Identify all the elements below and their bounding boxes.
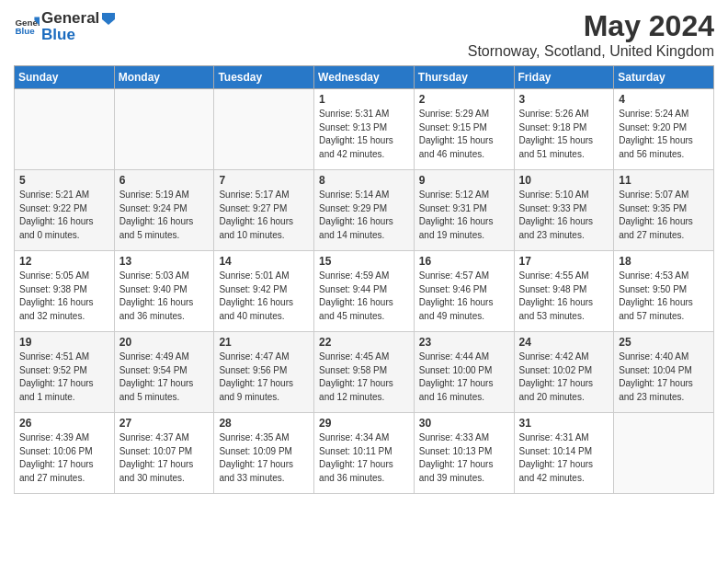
day-number: 12 (19, 255, 109, 268)
day-number: 14 (219, 255, 309, 268)
calendar-cell: 14Sunrise: 5:01 AM Sunset: 9:42 PM Dayli… (214, 251, 314, 332)
day-number: 3 (519, 93, 609, 106)
calendar-cell: 24Sunrise: 4:42 AM Sunset: 10:02 PM Dayl… (514, 332, 614, 413)
calendar-cell: 9Sunrise: 5:12 AM Sunset: 9:31 PM Daylig… (414, 170, 514, 251)
day-detail: Sunrise: 4:31 AM Sunset: 10:14 PM Daylig… (519, 431, 609, 485)
column-header-friday: Friday (514, 66, 614, 89)
day-number: 9 (419, 174, 509, 187)
day-number: 24 (519, 336, 609, 349)
calendar-week-2: 5Sunrise: 5:21 AM Sunset: 9:22 PM Daylig… (15, 170, 714, 251)
day-number: 29 (319, 417, 409, 430)
header: General Blue General Blue May 2024 Storn… (14, 9, 714, 60)
day-number: 13 (119, 255, 210, 268)
column-header-sunday: Sunday (15, 66, 115, 89)
day-number: 27 (119, 417, 210, 430)
day-number: 22 (319, 336, 409, 349)
calendar-cell: 28Sunrise: 4:35 AM Sunset: 10:09 PM Dayl… (214, 413, 314, 494)
day-detail: Sunrise: 5:05 AM Sunset: 9:38 PM Dayligh… (19, 270, 109, 323)
calendar-cell (15, 89, 115, 170)
calendar-cell: 22Sunrise: 4:45 AM Sunset: 9:58 PM Dayli… (314, 332, 415, 413)
day-detail: Sunrise: 4:33 AM Sunset: 10:13 PM Daylig… (419, 431, 509, 485)
calendar-cell: 18Sunrise: 4:53 AM Sunset: 9:50 PM Dayli… (614, 251, 714, 332)
day-detail: Sunrise: 4:45 AM Sunset: 9:58 PM Dayligh… (319, 350, 409, 404)
calendar-week-5: 26Sunrise: 4:39 AM Sunset: 10:06 PM Dayl… (15, 413, 714, 494)
day-number: 4 (619, 93, 709, 106)
day-number: 10 (519, 174, 609, 187)
day-detail: Sunrise: 5:26 AM Sunset: 9:18 PM Dayligh… (519, 108, 609, 161)
day-detail: Sunrise: 5:17 AM Sunset: 9:27 PM Dayligh… (219, 189, 309, 242)
calendar-cell: 2Sunrise: 5:29 AM Sunset: 9:15 PM Daylig… (414, 89, 514, 170)
day-detail: Sunrise: 5:14 AM Sunset: 9:29 PM Dayligh… (319, 189, 409, 242)
calendar-cell: 31Sunrise: 4:31 AM Sunset: 10:14 PM Dayl… (514, 413, 614, 494)
calendar-cell: 6Sunrise: 5:19 AM Sunset: 9:24 PM Daylig… (114, 170, 214, 251)
calendar-cell: 12Sunrise: 5:05 AM Sunset: 9:38 PM Dayli… (15, 251, 115, 332)
calendar-cell: 5Sunrise: 5:21 AM Sunset: 9:22 PM Daylig… (15, 170, 115, 251)
calendar-cell: 23Sunrise: 4:44 AM Sunset: 10:00 PM Dayl… (414, 332, 514, 413)
calendar-cell: 7Sunrise: 5:17 AM Sunset: 9:27 PM Daylig… (214, 170, 314, 251)
calendar-cell: 8Sunrise: 5:14 AM Sunset: 9:29 PM Daylig… (314, 170, 415, 251)
calendar-cell (214, 89, 314, 170)
calendar-cell: 11Sunrise: 5:07 AM Sunset: 9:35 PM Dayli… (614, 170, 714, 251)
calendar-cell (614, 413, 714, 494)
logo-blue-text: Blue (41, 26, 117, 44)
day-detail: Sunrise: 4:39 AM Sunset: 10:06 PM Daylig… (19, 431, 109, 485)
day-detail: Sunrise: 5:24 AM Sunset: 9:20 PM Dayligh… (619, 108, 709, 161)
day-detail: Sunrise: 5:31 AM Sunset: 9:13 PM Dayligh… (319, 108, 409, 161)
day-detail: Sunrise: 5:29 AM Sunset: 9:15 PM Dayligh… (419, 108, 509, 161)
calendar-cell: 3Sunrise: 5:26 AM Sunset: 9:18 PM Daylig… (514, 89, 614, 170)
day-detail: Sunrise: 4:55 AM Sunset: 9:48 PM Dayligh… (519, 270, 609, 323)
column-header-tuesday: Tuesday (214, 66, 314, 89)
calendar-body: 1Sunrise: 5:31 AM Sunset: 9:13 PM Daylig… (15, 89, 714, 494)
day-number: 8 (319, 174, 409, 187)
day-detail: Sunrise: 4:44 AM Sunset: 10:00 PM Daylig… (419, 350, 509, 404)
calendar-table: SundayMondayTuesdayWednesdayThursdayFrid… (14, 65, 714, 494)
calendar-cell: 4Sunrise: 5:24 AM Sunset: 9:20 PM Daylig… (614, 89, 714, 170)
day-number: 6 (119, 174, 210, 187)
calendar-subtitle: Stornoway, Scotland, United Kingdom (468, 43, 714, 60)
day-detail: Sunrise: 5:01 AM Sunset: 9:42 PM Dayligh… (219, 270, 309, 323)
day-number: 18 (619, 255, 709, 268)
column-header-thursday: Thursday (414, 66, 514, 89)
title-area: May 2024 Stornoway, Scotland, United Kin… (468, 9, 714, 60)
calendar-cell: 27Sunrise: 4:37 AM Sunset: 10:07 PM Dayl… (114, 413, 214, 494)
day-detail: Sunrise: 4:37 AM Sunset: 10:07 PM Daylig… (119, 431, 210, 485)
column-header-monday: Monday (114, 66, 214, 89)
day-number: 11 (619, 174, 709, 187)
day-number: 26 (19, 417, 109, 430)
calendar-cell: 17Sunrise: 4:55 AM Sunset: 9:48 PM Dayli… (514, 251, 614, 332)
day-number: 16 (419, 255, 509, 268)
calendar-cell: 26Sunrise: 4:39 AM Sunset: 10:06 PM Dayl… (15, 413, 115, 494)
day-number: 17 (519, 255, 609, 268)
calendar-cell (114, 89, 214, 170)
day-number: 2 (419, 93, 509, 106)
calendar-header-row: SundayMondayTuesdayWednesdayThursdayFrid… (15, 66, 714, 89)
logo: General Blue General Blue (14, 9, 117, 44)
day-detail: Sunrise: 4:42 AM Sunset: 10:02 PM Daylig… (519, 350, 609, 404)
day-detail: Sunrise: 4:51 AM Sunset: 9:52 PM Dayligh… (19, 350, 109, 404)
day-detail: Sunrise: 4:53 AM Sunset: 9:50 PM Dayligh… (619, 270, 709, 323)
calendar-cell: 30Sunrise: 4:33 AM Sunset: 10:13 PM Dayl… (414, 413, 514, 494)
day-number: 21 (219, 336, 309, 349)
day-detail: Sunrise: 4:35 AM Sunset: 10:09 PM Daylig… (219, 431, 309, 485)
day-detail: Sunrise: 5:03 AM Sunset: 9:40 PM Dayligh… (119, 270, 210, 323)
calendar-cell: 21Sunrise: 4:47 AM Sunset: 9:56 PM Dayli… (214, 332, 314, 413)
day-detail: Sunrise: 4:34 AM Sunset: 10:11 PM Daylig… (319, 431, 409, 485)
svg-text:Blue: Blue (15, 26, 35, 36)
calendar-cell: 20Sunrise: 4:49 AM Sunset: 9:54 PM Dayli… (114, 332, 214, 413)
day-number: 19 (19, 336, 109, 349)
column-header-saturday: Saturday (614, 66, 714, 89)
logo-arrow-icon (100, 10, 117, 27)
logo-general-text: General (41, 9, 99, 28)
day-number: 28 (219, 417, 309, 430)
day-number: 15 (319, 255, 409, 268)
day-number: 5 (19, 174, 109, 187)
day-number: 31 (519, 417, 609, 430)
calendar-cell: 29Sunrise: 4:34 AM Sunset: 10:11 PM Dayl… (314, 413, 415, 494)
column-header-wednesday: Wednesday (314, 66, 415, 89)
calendar-cell: 15Sunrise: 4:59 AM Sunset: 9:44 PM Dayli… (314, 251, 415, 332)
day-number: 30 (419, 417, 509, 430)
day-detail: Sunrise: 4:40 AM Sunset: 10:04 PM Daylig… (619, 350, 709, 404)
calendar-cell: 16Sunrise: 4:57 AM Sunset: 9:46 PM Dayli… (414, 251, 514, 332)
day-number: 1 (319, 93, 409, 106)
calendar-cell: 25Sunrise: 4:40 AM Sunset: 10:04 PM Dayl… (614, 332, 714, 413)
